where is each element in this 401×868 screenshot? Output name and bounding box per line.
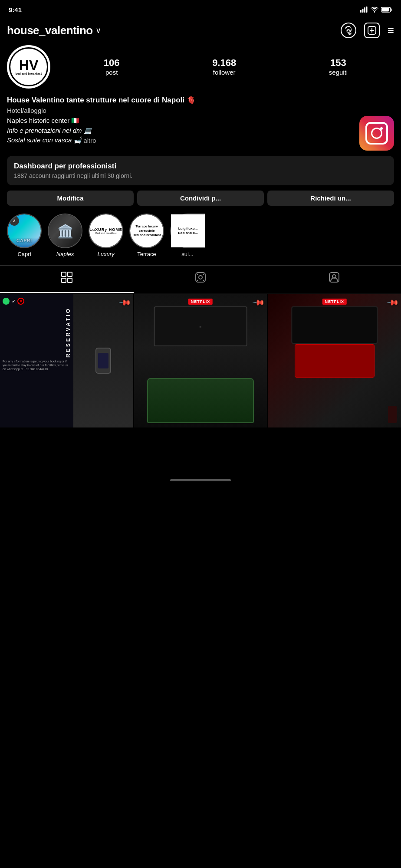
dashboard-card[interactable]: Dashboard per professionisti 1887 accoun… bbox=[7, 156, 394, 185]
tab-posts[interactable] bbox=[0, 266, 134, 293]
status-time: 9:41 bbox=[9, 6, 22, 13]
svg-point-17 bbox=[197, 280, 198, 281]
highlight-luxury[interactable]: LuXURy HOME Bed and breakfast Luxury bbox=[89, 214, 123, 257]
profile-header: house_valentino ∨ ≡ bbox=[0, 19, 401, 89]
svg-rect-0 bbox=[360, 10, 362, 13]
bio-category: Hotel/alloggio bbox=[7, 107, 394, 114]
grid-post-2[interactable]: NETFLIX ■ 📌 bbox=[134, 294, 267, 427]
signal-icon bbox=[360, 7, 368, 13]
highlight-img-terrace: Terrace luxury caraccioleBed and breakfa… bbox=[130, 214, 163, 247]
svg-rect-9 bbox=[62, 272, 66, 276]
bio-more-row: Naples historic center 🇮🇹 Info e prenota… bbox=[7, 116, 394, 151]
bio-name: House Valentino tante strutture nel cuor… bbox=[7, 95, 394, 105]
highlight-luigi[interactable]: Luigi luxu...Bed and b... sui... bbox=[170, 214, 205, 257]
highlight-label-luxury: Luxury bbox=[97, 251, 114, 257]
battery-icon bbox=[381, 7, 392, 13]
highlight-label-naples: Naples bbox=[56, 251, 74, 257]
svg-rect-2 bbox=[364, 7, 365, 13]
tab-tagged[interactable] bbox=[267, 266, 401, 293]
photo-grid: ✓ ✕ RESERVATIO For any information regar… bbox=[0, 294, 401, 427]
status-bar: 9:41 bbox=[0, 0, 401, 19]
username-row: house_valentino ∨ ≡ bbox=[7, 23, 394, 38]
username-left: house_valentino ∨ bbox=[7, 24, 101, 37]
grid-icon bbox=[61, 272, 72, 286]
following-count: 153 bbox=[330, 58, 346, 68]
followers-count: 9.168 bbox=[212, 58, 236, 68]
grid-post-3[interactable]: NETFLIX 📌 bbox=[268, 294, 401, 427]
svg-rect-12 bbox=[68, 278, 72, 283]
home-bar bbox=[170, 479, 231, 481]
svg-point-14 bbox=[199, 276, 202, 279]
bio-text-block: Naples historic center 🇮🇹 Info e prenota… bbox=[7, 116, 355, 145]
netflix-badge-1: NETFLIX bbox=[188, 299, 213, 305]
profile-stats-row: HV bed and breakfast 106 post 9.168 foll… bbox=[7, 45, 394, 89]
followers-stat[interactable]: 9.168 follower bbox=[212, 58, 236, 76]
bio-line-1: Naples historic center 🇮🇹 bbox=[7, 116, 355, 126]
scroll-spacer bbox=[0, 427, 401, 471]
highlight-circle-terrace: Terrace luxury caraccioleBed and breakfa… bbox=[129, 214, 164, 248]
highlight-badge-capri: 3 bbox=[10, 216, 19, 226]
room-dark-area: NETFLIX bbox=[268, 294, 401, 427]
highlight-label-capri: Capri bbox=[17, 251, 31, 257]
posts-stat[interactable]: 106 post bbox=[104, 58, 120, 76]
highlight-capri[interactable]: 3 CAPRI Capri bbox=[7, 214, 42, 257]
highlight-circle-naples: 🏛️ bbox=[48, 214, 82, 248]
bio-line-3: Sostal suite con vasca 🛁 bbox=[7, 135, 82, 145]
svg-rect-5 bbox=[382, 8, 389, 11]
svg-point-15 bbox=[197, 274, 198, 275]
highlight-img-naples: 🏛️ bbox=[49, 214, 82, 247]
chevron-down-icon[interactable]: ∨ bbox=[95, 26, 101, 35]
tagged-icon bbox=[329, 272, 340, 286]
tab-bar bbox=[0, 265, 401, 293]
highlight-img-luigi: Luigi luxu...Bed and b... bbox=[171, 214, 205, 247]
dashboard-title: Dashboard per professionisti bbox=[14, 162, 387, 171]
posts-count: 106 bbox=[104, 58, 120, 68]
svg-point-18 bbox=[203, 280, 204, 281]
avatar[interactable]: HV bed and breakfast bbox=[7, 45, 50, 89]
tab-reels[interactable] bbox=[134, 266, 267, 293]
netflix-badge-2: NETFLIX bbox=[322, 299, 347, 305]
reels-icon bbox=[195, 272, 206, 286]
bath-tub-area: NETFLIX ■ bbox=[134, 294, 267, 427]
highlights-row: 3 CAPRI Capri 🏛️ Naples LuXURy HOME Bed … bbox=[0, 214, 401, 257]
bio-section: House Valentino tante strutture nel cuor… bbox=[0, 95, 401, 151]
request-button[interactable]: Richiedi un... bbox=[267, 191, 394, 206]
highlight-label-terrace: Terrace bbox=[137, 251, 156, 257]
bed-shape bbox=[295, 344, 375, 378]
edit-button[interactable]: Modifica bbox=[7, 191, 134, 206]
posts-label: post bbox=[105, 69, 118, 76]
dashboard-subtitle: 1887 account raggiunti negli ultimi 30 g… bbox=[14, 172, 387, 179]
wifi-icon bbox=[371, 7, 378, 13]
header-icons: ≡ bbox=[341, 23, 394, 38]
status-icons bbox=[360, 7, 392, 13]
threads-icon[interactable] bbox=[341, 23, 356, 38]
avatar-logo: HV bed and breakfast bbox=[8, 46, 49, 87]
following-stat[interactable]: 153 seguiti bbox=[329, 58, 348, 76]
svg-rect-10 bbox=[68, 272, 72, 276]
add-post-icon[interactable] bbox=[364, 23, 380, 38]
highlight-terrace[interactable]: Terrace luxury caraccioleBed and breakfa… bbox=[129, 214, 164, 257]
svg-rect-3 bbox=[366, 7, 368, 13]
highlight-circle-capri: 3 CAPRI bbox=[7, 214, 42, 248]
hamburger-menu-icon[interactable]: ≡ bbox=[388, 24, 394, 37]
bio-altro[interactable]: altro bbox=[83, 137, 96, 144]
svg-point-16 bbox=[203, 274, 204, 275]
stats-container: 106 post 9.168 follower 153 seguiti bbox=[57, 58, 394, 76]
bath-tub-shape bbox=[147, 378, 253, 423]
home-indicator bbox=[0, 471, 401, 490]
action-buttons: Modifica Condividi p... Richiedi un... bbox=[0, 191, 401, 206]
svg-rect-11 bbox=[62, 278, 66, 283]
share-button[interactable]: Condividi p... bbox=[137, 191, 264, 206]
instagram-logo[interactable] bbox=[359, 116, 394, 151]
highlight-circle-luigi: Luigi luxu...Bed and b... bbox=[170, 214, 205, 248]
following-label: seguiti bbox=[329, 69, 348, 76]
followers-label: follower bbox=[213, 69, 236, 76]
highlight-naples[interactable]: 🏛️ Naples bbox=[48, 214, 82, 257]
bio-line-2: Info e prenotazioni nei dm 💻 bbox=[7, 126, 355, 136]
highlight-circle-luxury: LuXURy HOME Bed and breakfast bbox=[89, 214, 123, 248]
highlight-label-luigi: sui... bbox=[181, 251, 193, 257]
svg-rect-1 bbox=[362, 9, 364, 13]
instagram-camera-icon bbox=[365, 122, 388, 145]
grid-post-1[interactable]: ✓ ✕ RESERVATIO For any information regar… bbox=[0, 294, 133, 427]
username-text[interactable]: house_valentino bbox=[7, 24, 93, 37]
